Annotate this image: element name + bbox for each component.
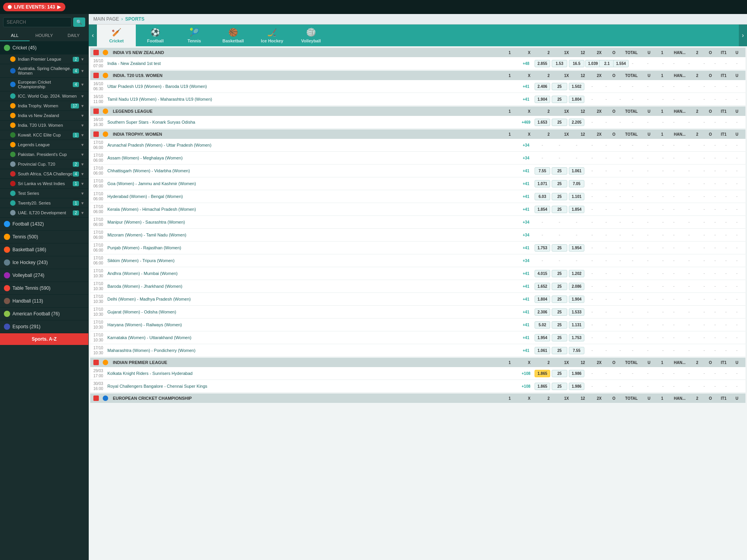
odds-button-2[interactable]: 1.202 [569, 270, 584, 277]
sports-tab-football[interactable]: ⚽ Football [136, 24, 175, 46]
odds-button-1[interactable]: 1.061 [535, 347, 550, 354]
odds-button-12[interactable]: 2.1 [599, 60, 615, 67]
odds-button-x[interactable]: 25 [552, 283, 567, 290]
sidebar-sport-football[interactable]: Football (1432) [0, 218, 88, 231]
match-name[interactable]: Baroda (Women) - Jharkhand (Women) [107, 284, 518, 289]
more-markets-button[interactable]: +41 [518, 246, 534, 250]
match-name[interactable]: Goa (Women) - Jammu and Kashmir (Women) [107, 181, 518, 186]
sidebar-league-india.-t20-u19.-women[interactable]: India. T20 U19. Women ▼ [0, 121, 88, 130]
sports-tab-ice-hockey[interactable]: 🏒 Ice Hockey [253, 24, 291, 46]
odds-button-2[interactable]: 1.753 [569, 334, 584, 341]
odds-button-x[interactable]: 25 [552, 193, 567, 200]
sidebar-league-australia.-spring-challenge.-women[interactable]: Australia. Spring Challenge. Women 4 ▼ [0, 64, 88, 78]
odds-button-x[interactable]: 25 [552, 347, 567, 354]
more-markets-button[interactable]: +41 [518, 169, 534, 173]
live-events-button[interactable]: LIVE EVENTS: 143 ▶ [3, 3, 65, 11]
sports-tab-basketball[interactable]: 🏀 Basketball [214, 24, 253, 46]
odds-button-x[interactable]: 25 [552, 370, 567, 377]
odds-button-2[interactable]: 1.904 [569, 296, 584, 303]
match-name[interactable]: Assam (Women) - Meghalaya (Women) [107, 156, 518, 160]
odds-button-x[interactable]: 25 [552, 334, 567, 341]
more-markets-button[interactable]: +41 [518, 182, 534, 186]
match-name[interactable]: Chhattisgarh (Women) - Vidarbha (Women) [107, 168, 518, 173]
match-name[interactable]: Gujarat (Women) - Odisha (Women) [107, 310, 518, 314]
sports-tab-volleyball[interactable]: 🏐 Volleyball [291, 24, 330, 46]
odds-button-2[interactable]: 1.986 [569, 383, 584, 390]
odds-button-1[interactable]: 7.55 [535, 167, 550, 175]
match-name[interactable]: Sikkim (Women) - Tripura (Women) [107, 258, 518, 263]
odds-button-x[interactable]: 25 [552, 244, 567, 252]
sidebar-sport-esports[interactable]: Esports (291) [0, 320, 88, 333]
odds-button-2[interactable]: 1.131 [569, 321, 584, 329]
league-header[interactable]: LEGENDS LEAGUE 1 X 2 1X 12 2X O TOTAL U … [90, 107, 745, 116]
sidebar-league-kuwait.-kcc-elite-cup[interactable]: Kuwait. KCC Elite Cup 1 ▼ [0, 130, 88, 140]
sidebar-league-south-africa.-csa-challenge[interactable]: South Africa. CSA Challenge 4 ▼ [0, 169, 88, 179]
league-header[interactable]: INDIA TROPHY. WOMEN 1 X 2 1X 12 2X O TOT… [90, 130, 745, 139]
sidebar-league-icc.-world-cup.-2024.-women[interactable]: ICC. World Cup. 2024. Women ▼ [0, 91, 88, 101]
odds-button-1[interactable]: 1.652 [535, 283, 550, 290]
sidebar-league-test-series[interactable]: Test Series ▼ [0, 189, 88, 198]
odds-button-x[interactable]: 25 [552, 119, 567, 126]
filter-tab-hourly[interactable]: HOURLY [30, 30, 59, 41]
filter-tab-daily[interactable]: DAILY [59, 30, 88, 41]
tabs-next-button[interactable]: › [739, 24, 747, 46]
odds-button-1[interactable]: 1.804 [535, 296, 550, 303]
match-name[interactable]: Arunachal Pradesh (Women) - Uttar Prades… [107, 143, 518, 147]
more-markets-button[interactable]: +469 [518, 120, 534, 124]
match-name[interactable]: Punjab (Women) - Rajasthan (Women) [107, 245, 518, 250]
more-markets-button[interactable]: +41 [518, 97, 534, 102]
odds-button-1[interactable]: 1.753 [535, 244, 550, 252]
match-name[interactable]: Uttar Pradesh U19 (Women) - Baroda U19 (… [107, 84, 518, 89]
more-markets-button[interactable]: +48 [518, 61, 534, 66]
more-markets-button[interactable]: +34 [518, 156, 534, 160]
odds-button-1[interactable]: 1.904 [535, 96, 550, 103]
tabs-prev-button[interactable]: ‹ [89, 24, 97, 46]
odds-button-2[interactable]: 1.954 [569, 244, 584, 252]
odds-button-x[interactable]: 25 [552, 83, 567, 90]
odds-button-1[interactable]: 4.015 [535, 270, 550, 277]
odds-button-2[interactable]: 16.5 [569, 60, 584, 67]
odds-button-x[interactable]: 25 [552, 383, 567, 390]
more-markets-button[interactable]: +41 [518, 271, 534, 276]
match-name[interactable]: Tamil Nadu U19 (Women) - Maharashtra U19… [107, 97, 518, 102]
sidebar-sport-icehockey[interactable]: Ice Hockey (243) [0, 256, 88, 269]
sidebar-league-sri-lanka-vs-west-indies[interactable]: Sri Lanka vs West Indies 1 ▼ [0, 179, 88, 189]
match-name[interactable]: Karnataka (Women) - Uttarakhand (Women) [107, 335, 518, 340]
match-name[interactable]: India - New Zealand 1st test [107, 61, 518, 66]
filter-tab-all[interactable]: ALL [0, 30, 30, 41]
odds-button-2[interactable]: 2.086 [569, 283, 584, 290]
odds-button-x[interactable]: 25 [552, 296, 567, 303]
match-name[interactable]: Southern Super Stars - Konark Suryas Odi… [107, 120, 518, 124]
sidebar-sport-cricket[interactable]: Cricket (45) [0, 42, 88, 54]
odds-button-2x[interactable]: 1.554 [613, 60, 629, 67]
sidebar-league-legends-league[interactable]: Legends League ▼ [0, 140, 88, 150]
sidebar-bottom-link[interactable]: Sports. A-Z [0, 333, 88, 345]
odds-button-1[interactable]: 1.865 [535, 370, 550, 377]
more-markets-button[interactable]: +41 [518, 84, 534, 89]
sidebar-league-european-cricket-championship[interactable]: European Cricket Championship 4 ▼ [0, 78, 88, 91]
more-markets-button[interactable]: +41 [518, 336, 534, 340]
sidebar-sport-handball[interactable]: Handball (113) [0, 295, 88, 308]
odds-button-1[interactable]: 1.865 [535, 383, 550, 390]
more-markets-button[interactable]: +41 [518, 323, 534, 327]
more-markets-button[interactable]: +41 [518, 284, 534, 289]
odds-button-2[interactable]: 1.502 [569, 83, 584, 90]
odds-button-2[interactable]: 1.533 [569, 308, 584, 316]
odds-button-1[interactable]: 1.071 [535, 180, 550, 187]
search-button[interactable]: 🔍 [73, 18, 85, 27]
match-name[interactable]: Mizoram (Women) - Tamil Nadu (Women) [107, 233, 518, 237]
odds-button-x[interactable]: 25 [552, 167, 567, 175]
odds-button-1[interactable]: 1.653 [535, 119, 550, 126]
sidebar-sport-basketball[interactable]: Basketball (186) [0, 243, 88, 256]
more-markets-button[interactable]: +41 [518, 297, 534, 301]
breadcrumb-main[interactable]: MAIN PAGE [93, 16, 119, 22]
sidebar-league-twenty20.-series[interactable]: Twenty20. Series 1 ▼ [0, 198, 88, 208]
sidebar-sport-volleyball[interactable]: Volleyball (274) [0, 269, 88, 282]
sidebar-sport-tennis[interactable]: Tennis (500) [0, 231, 88, 243]
sidebar-league-pakistan.-president's-cup[interactable]: Pakistan. President's Cup ▼ [0, 150, 88, 159]
odds-button-2[interactable]: 1.986 [569, 370, 584, 377]
odds-button-2[interactable]: 1.061 [569, 167, 584, 175]
sports-tab-tennis[interactable]: 🎾 Tennis [175, 24, 214, 46]
sports-tab-cricket[interactable]: 🏏 Cricket [97, 24, 136, 46]
more-markets-button[interactable]: +41 [518, 207, 534, 212]
